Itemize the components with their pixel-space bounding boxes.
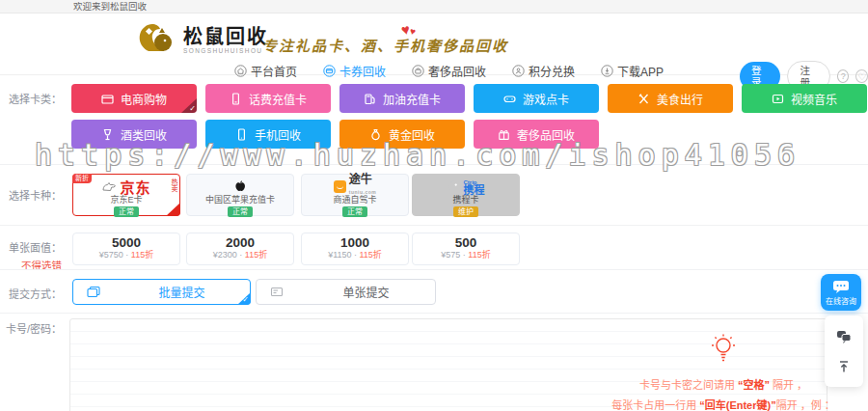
single-card-icon — [270, 286, 284, 298]
chat-bubble-icon — [832, 280, 850, 293]
price: ¥2300 · — [213, 250, 243, 260]
divider — [0, 164, 868, 165]
help-icon[interactable]: ? — [837, 69, 850, 83]
card-category-label: 选择卡类： — [0, 91, 62, 106]
category-wine-recycle-button[interactable]: 酒类回收 — [71, 120, 197, 149]
tip-line-1: 卡号与卡密之间请用 “空格” 隔开 ， — [564, 375, 868, 396]
brand[interactable]: 松鼠回收 SONGSHUHUISHOU — [135, 21, 268, 58]
category-video-music-button[interactable]: 视频音乐 — [742, 84, 867, 113]
nav-label: 积分兑换 — [529, 63, 575, 79]
gas-pump-icon — [364, 93, 376, 105]
face-value-2000[interactable]: 2000 ¥2300 · 115折 — [186, 233, 294, 265]
submit-method-text: 单张提交 — [315, 284, 389, 300]
status-badge: 维护 — [453, 206, 478, 217]
category-ecommerce-button[interactable]: 电商购物 ✓ — [71, 84, 197, 113]
face-value-5000[interactable]: 5000 ¥5750 · 115折 — [72, 233, 180, 265]
nav-label: 平台首页 — [251, 63, 297, 79]
nav-item-card-recycle[interactable]: 卡券回收 — [323, 63, 386, 79]
welcome-text: 欢迎来到松鼠回收 — [73, 1, 147, 12]
apple-logo — [187, 178, 293, 195]
online-service-button[interactable]: 在线咨询 — [821, 274, 861, 311]
category-food-travel-button[interactable]: 美食出行 — [608, 84, 733, 113]
qq-contact-button[interactable] — [825, 322, 863, 351]
face-value-1000[interactable]: 1000 ¥1150 · 115折 — [301, 233, 409, 265]
category-label: 美食出行 — [657, 91, 703, 107]
card-kind-jd-ecard[interactable]: 新折 热卖 京东 京东E卡 正常 — [72, 174, 180, 216]
brand-text: 松鼠回收 SONGSHUHUISHOU — [183, 26, 268, 54]
nav-item-points-exchange[interactable]: 积分兑换 — [512, 63, 575, 79]
gamepad-icon — [503, 93, 516, 105]
nav-item-luxury-recycle[interactable]: 奢侈品回收 — [412, 63, 486, 79]
category-phone-recharge-button[interactable]: 话费充值卡 — [205, 84, 331, 113]
online-service-label: 在线咨询 — [826, 295, 856, 306]
ribbon-badge: 新折 — [72, 174, 92, 183]
brand-tagline: 专注礼品卡、酒、手机奢侈品回收 — [262, 35, 508, 55]
brand-subtitle: SONGSHUHUISHOU — [183, 47, 268, 54]
hot-tag: 热卖 — [171, 178, 177, 192]
status-badge: 正常 — [342, 206, 367, 217]
double-chat-bubble-icon — [836, 330, 852, 343]
nav-label: 奢侈品回收 — [428, 63, 486, 79]
category-label: 游戏点卡 — [523, 91, 569, 107]
card-kind-ctrip[interactable]: Ctrip 携程 携程卡 维护 — [412, 174, 520, 216]
status-badge: 正常 — [228, 206, 253, 217]
floating-panel — [825, 315, 863, 387]
gift-box-icon — [498, 128, 510, 141]
face-value-500[interactable]: 500 ¥575 · 115折 — [412, 233, 520, 265]
category-label: 黄金回收 — [389, 126, 435, 143]
nav-item-download-app[interactable]: 下载APP — [601, 63, 664, 79]
category-gas-recharge-button[interactable]: 加油充值卡 — [339, 84, 465, 113]
back-to-top-button[interactable] — [825, 352, 863, 381]
card-kind-tuniu[interactable]: 途牛 tuniu.com 商通自驾卡 正常 — [301, 174, 409, 216]
card-kind-name: 中国区苹果充值卡 — [187, 195, 293, 205]
input-tip: 卡号与卡密之间请用 “空格” 隔开 ， 每张卡占用一行用 “回车(Enter键)… — [564, 333, 868, 411]
ecommerce-card-icon — [101, 93, 114, 105]
phone-recharge-icon — [230, 93, 242, 105]
apple-icon — [233, 179, 247, 194]
rate: 115折 — [360, 250, 382, 260]
lightbulb-icon — [709, 333, 738, 366]
tuniu-icon — [334, 180, 346, 193]
batch-submit-button[interactable]: 批量提交 ✓ — [72, 279, 251, 305]
category-game-card-button[interactable]: 游戏点卡 — [474, 84, 599, 113]
price: ¥5750 · — [99, 250, 129, 260]
category-label: 电商购物 — [121, 91, 167, 107]
category-gold-recycle-button[interactable]: 黄金回收 — [339, 120, 465, 149]
card-kind-apple[interactable]: 中国区苹果充值卡 正常 — [186, 174, 294, 216]
single-submit-button[interactable]: 单张提交 — [256, 279, 436, 305]
category-label: 手机回收 — [255, 126, 301, 143]
tuniu-logo: 途牛 tuniu.com — [302, 178, 408, 195]
download-icon — [601, 65, 613, 77]
card-kind-label: 选择卡种： — [0, 187, 62, 203]
category-luxury-recycle-button[interactable]: 奢侈品回收 — [474, 120, 599, 149]
divider — [0, 313, 868, 314]
submit-method-text: 批量提交 — [131, 284, 204, 300]
utensils-icon — [637, 93, 650, 105]
header: 松鼠回收 SONGSHUHUISHOU 专注礼品卡、酒、手机奢侈品回收 ♥♥ 平… — [0, 14, 868, 75]
price: ¥575 · — [441, 250, 466, 260]
ctrip-logo: Ctrip 携程 — [413, 178, 519, 195]
price: ¥1150 · — [328, 250, 357, 260]
money-bag-icon — [369, 128, 382, 141]
user-icon — [512, 65, 525, 77]
card-icon — [323, 65, 336, 77]
category-label: 奢侈品回收 — [517, 126, 575, 143]
nav-label: 下载APP — [617, 63, 664, 79]
tip-line-2: 每张卡占用一行用 “回车(Enter键)”隔开 ，例 ： — [564, 396, 868, 411]
mobile-phone-icon — [235, 128, 248, 141]
card-kind-name: 京东E卡 — [73, 195, 179, 205]
rate: 115折 — [468, 250, 490, 260]
selected-corner — [166, 203, 180, 216]
favorite-icon[interactable]: ♡ — [855, 69, 868, 83]
card-kind-name: 商通自驾卡 — [302, 195, 408, 205]
ctrip-icon — [448, 179, 461, 193]
nav-item-home[interactable]: 平台首页 — [234, 63, 297, 79]
face-value-label: 单张面值： 不得选错 — [0, 239, 62, 272]
category-mobile-recycle-button[interactable]: 手机回收 — [205, 120, 331, 149]
card-number-label: 卡号/密码： — [0, 320, 62, 336]
divider — [0, 225, 868, 226]
submit-method-label: 提交方式： — [0, 286, 62, 301]
handbag-icon — [412, 65, 424, 77]
batch-cards-icon — [87, 286, 100, 298]
card-kind-name: 携程卡 — [413, 195, 519, 205]
